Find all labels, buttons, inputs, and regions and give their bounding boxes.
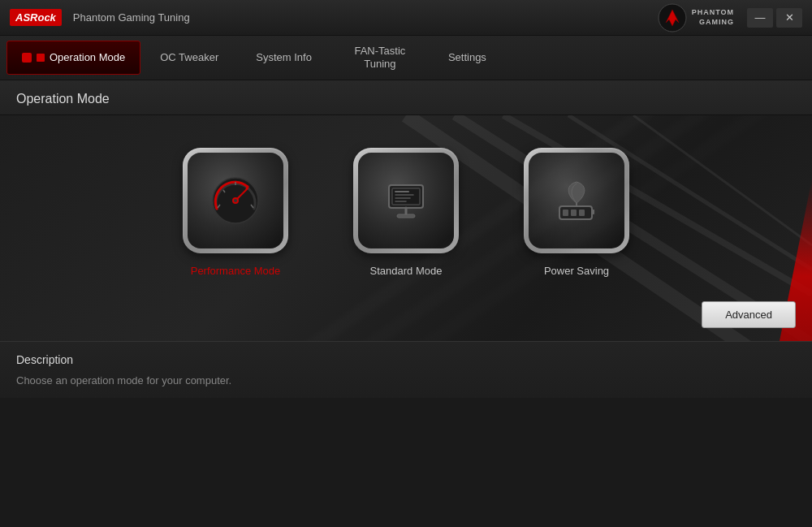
description-text: Choose an operation mode for your comput… [16, 374, 796, 387]
phantom-logo: PHANTOM GAMING [658, 3, 734, 32]
modes-area: Performance Mode [0, 115, 812, 301]
description-title: Description [16, 353, 796, 366]
asrock-logo: ASRock [10, 9, 62, 26]
tab-oc-tweaker-label: OC Tweaker [160, 51, 218, 64]
title-bar-right: PHANTOM GAMING — ✕ [658, 3, 802, 32]
standard-mode-icon-inner [358, 153, 454, 248]
title-bar: ASRock Phantom Gaming Tuning PHANTOM GAM… [0, 0, 812, 36]
svg-rect-24 [563, 210, 568, 216]
performance-mode-item[interactable]: Performance Mode [183, 148, 288, 277]
tab-settings[interactable]: Settings [430, 41, 504, 75]
phantom-gaming-icon [658, 3, 687, 32]
advanced-button[interactable]: Advanced [702, 301, 796, 328]
standard-mode-label: Standard Mode [370, 265, 443, 277]
window-controls: — ✕ [747, 8, 802, 28]
svg-rect-27 [592, 210, 594, 214]
tab-fan-tastic[interactable]: FAN-Tastic Tuning [331, 41, 429, 75]
power-saving-mode-label: Power Saving [544, 265, 609, 277]
app-title: Phantom Gaming Tuning [73, 11, 190, 24]
minimize-button[interactable]: — [747, 8, 773, 28]
svg-rect-26 [579, 210, 585, 216]
performance-mode-icon-wrapper [183, 148, 288, 253]
tab-system-info-label: System Info [256, 51, 312, 64]
power-saving-mode-item[interactable]: Power Saving [524, 148, 629, 277]
tab-operation-mode[interactable]: Operation Mode [6, 41, 140, 75]
power-saving-icon [548, 172, 605, 229]
tab-oc-tweaker[interactable]: OC Tweaker [142, 41, 236, 75]
close-button[interactable]: ✕ [776, 8, 802, 28]
power-saving-mode-icon-wrapper [524, 148, 629, 253]
advanced-button-area: Advanced [0, 301, 812, 341]
title-bar-left: ASRock Phantom Gaming Tuning [10, 9, 190, 26]
tab-fan-tastic-label: FAN-Tastic Tuning [349, 45, 411, 70]
tab-settings-label: Settings [448, 51, 486, 64]
monitor-icon [378, 172, 434, 229]
performance-mode-icon-inner [188, 153, 283, 248]
tab-system-info[interactable]: System Info [238, 41, 330, 75]
section-title: Operation Mode [0, 80, 812, 114]
standard-mode-icon-wrapper [353, 148, 459, 253]
nav-bar: Operation Mode OC Tweaker System Info FA… [0, 36, 812, 80]
power-saving-mode-icon-inner [529, 153, 624, 248]
phantom-gaming-text: PHANTOM GAMING [692, 8, 734, 27]
svg-rect-22 [397, 214, 415, 218]
tab-operation-mode-label: Operation Mode [50, 51, 125, 64]
standard-mode-item[interactable]: Standard Mode [353, 148, 459, 277]
main-content: Performance Mode [0, 115, 812, 341]
svg-point-14 [234, 199, 237, 202]
description-area: Description Choose an operation mode for… [0, 341, 812, 398]
active-tab-indicator [37, 54, 45, 62]
performance-mode-label: Performance Mode [191, 265, 281, 277]
svg-rect-25 [571, 210, 577, 216]
speedometer-icon [207, 172, 264, 229]
